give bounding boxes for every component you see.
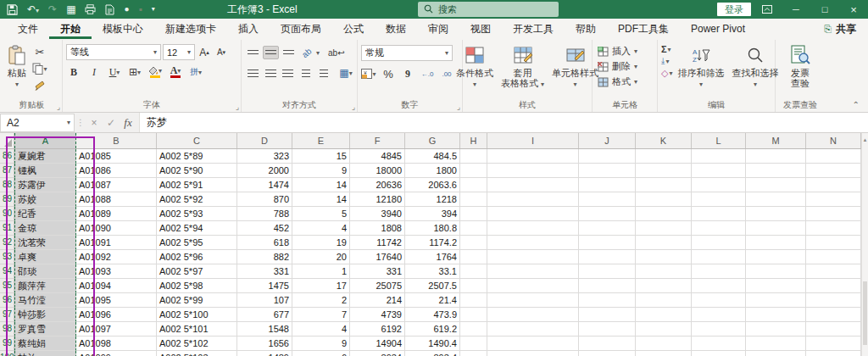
- cell-spec[interactable]: A002 5*97: [157, 264, 237, 279]
- orientation-icon[interactable]: ab: [296, 42, 317, 63]
- cell-qty[interactable]: 1548: [237, 322, 292, 337]
- cell-empty[interactable]: [636, 178, 692, 192]
- cell-spec[interactable]: A002 5*93: [157, 207, 237, 221]
- invoice-check-button[interactable]: 发票查验: [787, 42, 813, 90]
- cell-empty[interactable]: [460, 221, 487, 236]
- cell-count[interactable]: 20: [292, 250, 350, 264]
- cell-spec[interactable]: A002 5*100: [157, 308, 237, 322]
- cell-empty[interactable]: [806, 192, 861, 207]
- cell-empty[interactable]: [692, 192, 746, 207]
- decrease-indent-icon[interactable]: [298, 66, 314, 80]
- row-header[interactable]: 100: [0, 351, 14, 356]
- cell-total[interactable]: 11742: [350, 236, 405, 250]
- column-header-K[interactable]: K: [636, 133, 692, 148]
- cell-code[interactable]: A01098: [76, 337, 157, 351]
- record-circle-icon[interactable]: ●: [124, 5, 129, 14]
- row-header[interactable]: 91: [0, 221, 14, 236]
- cell-empty[interactable]: [692, 308, 746, 322]
- font-size-select[interactable]: 12▾: [163, 44, 195, 60]
- cell-qty[interactable]: 882: [237, 250, 292, 264]
- cell-ratio[interactable]: 1174.2: [405, 236, 460, 250]
- clear-icon[interactable]: ◇▾: [661, 68, 672, 79]
- cell-total[interactable]: 3940: [350, 207, 405, 221]
- cell-empty[interactable]: [579, 149, 636, 164]
- fill-color-icon[interactable]: ▾: [147, 64, 163, 80]
- cell-empty[interactable]: [746, 264, 806, 279]
- formula-input[interactable]: 苏梦: [140, 113, 868, 132]
- column-header-M[interactable]: M: [746, 133, 806, 148]
- cell-qty[interactable]: 2000: [237, 164, 292, 178]
- cell-empty[interactable]: [579, 351, 636, 356]
- cell-qty[interactable]: 107: [237, 293, 292, 308]
- cell-code[interactable]: A01089: [76, 207, 157, 221]
- minimize-icon[interactable]: ─: [782, 0, 810, 19]
- cell-total[interactable]: 1808: [350, 221, 405, 236]
- cell-ratio[interactable]: 893.4: [405, 351, 460, 356]
- copy-icon[interactable]: ▾: [31, 61, 48, 76]
- column-header-G[interactable]: G: [405, 133, 460, 148]
- cell-empty[interactable]: [636, 149, 692, 164]
- row-header[interactable]: 87: [0, 164, 14, 178]
- cell-empty[interactable]: [806, 337, 861, 351]
- cell-empty[interactable]: [692, 264, 746, 279]
- row-header[interactable]: 98: [0, 322, 14, 337]
- align-top-icon[interactable]: [245, 46, 261, 59]
- cell-code[interactable]: A01090: [76, 221, 157, 236]
- cell-empty[interactable]: [746, 207, 806, 221]
- cell-count[interactable]: 4: [292, 221, 350, 236]
- cell-code[interactable]: A01099: [76, 351, 157, 356]
- row-header[interactable]: 94: [0, 264, 14, 279]
- increase-indent-icon[interactable]: [315, 66, 331, 80]
- align-left-icon[interactable]: [245, 66, 261, 80]
- cell-ratio[interactable]: 21.4: [405, 293, 460, 308]
- tab-帮助[interactable]: 帮助: [565, 19, 607, 39]
- cell-empty[interactable]: [460, 337, 487, 351]
- decrease-decimal-icon[interactable]: .00: [439, 66, 454, 81]
- cell-code[interactable]: A01097: [76, 322, 157, 337]
- cell-empty[interactable]: [579, 192, 636, 207]
- cell-qty[interactable]: 1475: [237, 279, 292, 293]
- cell-empty[interactable]: [806, 264, 861, 279]
- cell-empty[interactable]: [692, 293, 746, 308]
- cell-code[interactable]: A01095: [76, 293, 157, 308]
- undo-icon[interactable]: ↶▾: [27, 4, 39, 14]
- cell-empty[interactable]: [692, 149, 746, 164]
- cell-code[interactable]: A01096: [76, 308, 157, 322]
- cell-name[interactable]: 颜萍萍: [14, 279, 76, 293]
- number-dialog-launcher-icon[interactable]: ⌟: [457, 103, 460, 111]
- cell-total[interactable]: 4845: [350, 149, 405, 164]
- cell-empty[interactable]: [806, 178, 861, 192]
- cell-empty[interactable]: [460, 192, 487, 207]
- cell-qty[interactable]: 677: [237, 308, 292, 322]
- cell-empty[interactable]: [487, 250, 579, 264]
- cell-empty[interactable]: [460, 264, 487, 279]
- cell-total[interactable]: 4739: [350, 308, 405, 322]
- cell-qty[interactable]: 1656: [237, 337, 292, 351]
- row-header[interactable]: 97: [0, 308, 14, 322]
- column-header-I[interactable]: I: [487, 133, 579, 148]
- cell-qty[interactable]: 1489: [237, 351, 292, 356]
- cell-empty[interactable]: [487, 178, 579, 192]
- cell-count[interactable]: 9: [292, 164, 350, 178]
- cell-total[interactable]: 18000: [350, 164, 405, 178]
- cell-count[interactable]: 7: [292, 308, 350, 322]
- format-cells-button[interactable]: 格式▾: [598, 75, 654, 88]
- row-header[interactable]: 86: [0, 149, 14, 164]
- cell-total[interactable]: 214: [350, 293, 405, 308]
- cell-spec[interactable]: A002 5*91: [157, 178, 237, 192]
- cell-name[interactable]: 林兰: [14, 351, 76, 356]
- scroll-up-icon[interactable]: ▲: [862, 133, 868, 147]
- cell-empty[interactable]: [460, 178, 487, 192]
- cell-count[interactable]: 6: [292, 351, 350, 356]
- cell-total[interactable]: 14904: [350, 337, 405, 351]
- borders-icon[interactable]: ⊞▾: [127, 64, 142, 80]
- cell-count[interactable]: 14: [292, 192, 350, 207]
- cell-qty[interactable]: 452: [237, 221, 292, 236]
- row-header[interactable]: 90: [0, 207, 14, 221]
- name-box[interactable]: A2 ▾: [0, 114, 75, 132]
- cell-name[interactable]: 纪香: [14, 207, 76, 221]
- cell-spec[interactable]: A002 5*95: [157, 236, 237, 250]
- cell-empty[interactable]: [579, 207, 636, 221]
- cell-empty[interactable]: [806, 279, 861, 293]
- cell-empty[interactable]: [579, 308, 636, 322]
